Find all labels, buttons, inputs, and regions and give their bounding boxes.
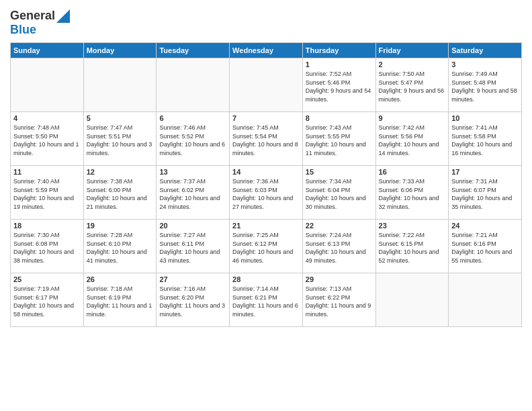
day-info: Sunrise: 7:25 AM Sunset: 6:12 PM Dayligh… <box>232 231 300 265</box>
logo-triangle-icon <box>56 9 70 23</box>
day-number: 27 <box>159 275 226 283</box>
week-row-4: 18Sunrise: 7:30 AM Sunset: 6:08 PM Dayli… <box>11 220 522 273</box>
week-row-3: 11Sunrise: 7:40 AM Sunset: 5:59 PM Dayli… <box>11 166 522 220</box>
day-cell: 11Sunrise: 7:40 AM Sunset: 5:59 PM Dayli… <box>11 166 84 220</box>
day-cell: 4Sunrise: 7:48 AM Sunset: 5:50 PM Daylig… <box>11 112 84 166</box>
day-cell: 23Sunrise: 7:22 AM Sunset: 6:15 PM Dayli… <box>375 220 449 273</box>
day-info: Sunrise: 7:48 AM Sunset: 5:50 PM Dayligh… <box>13 124 81 157</box>
day-cell: 7Sunrise: 7:45 AM Sunset: 5:54 PM Daylig… <box>230 112 303 166</box>
day-cell: 9Sunrise: 7:42 AM Sunset: 5:56 PM Daylig… <box>375 112 449 166</box>
day-number: 26 <box>87 275 154 283</box>
day-number: 21 <box>232 222 300 230</box>
day-number: 29 <box>306 275 373 283</box>
day-info: Sunrise: 7:27 AM Sunset: 6:11 PM Dayligh… <box>159 231 226 265</box>
day-cell <box>375 273 449 327</box>
day-cell: 19Sunrise: 7:28 AM Sunset: 6:10 PM Dayli… <box>83 220 157 273</box>
day-number: 9 <box>379 114 446 122</box>
day-cell: 27Sunrise: 7:16 AM Sunset: 6:20 PM Dayli… <box>157 273 230 327</box>
day-number: 19 <box>87 222 154 230</box>
week-row-1: 1Sunrise: 7:52 AM Sunset: 5:46 PM Daylig… <box>11 58 522 112</box>
day-info: Sunrise: 7:14 AM Sunset: 6:21 PM Dayligh… <box>232 285 300 318</box>
day-info: Sunrise: 7:22 AM Sunset: 6:15 PM Dayligh… <box>379 231 446 265</box>
header-row: SundayMondayTuesdayWednesdayThursdayFrid… <box>11 43 522 58</box>
day-info: Sunrise: 7:38 AM Sunset: 6:00 PM Dayligh… <box>87 177 154 211</box>
day-cell: 20Sunrise: 7:27 AM Sunset: 6:11 PM Dayli… <box>157 220 230 273</box>
day-info: Sunrise: 7:47 AM Sunset: 5:51 PM Dayligh… <box>87 124 154 157</box>
day-cell: 12Sunrise: 7:38 AM Sunset: 6:00 PM Dayli… <box>83 166 157 220</box>
col-header-wednesday: Wednesday <box>230 43 303 58</box>
day-cell: 10Sunrise: 7:41 AM Sunset: 5:58 PM Dayli… <box>449 112 522 166</box>
day-info: Sunrise: 7:49 AM Sunset: 5:48 PM Dayligh… <box>451 70 519 103</box>
day-number: 12 <box>87 168 154 176</box>
day-cell: 16Sunrise: 7:33 AM Sunset: 6:06 PM Dayli… <box>375 166 449 220</box>
day-number: 10 <box>451 114 519 122</box>
day-info: Sunrise: 7:43 AM Sunset: 5:55 PM Dayligh… <box>306 124 373 157</box>
svg-marker-0 <box>56 9 70 23</box>
col-header-monday: Monday <box>83 43 157 58</box>
main-container: General Blue SundayMondayTuesdayWednesda… <box>0 0 532 330</box>
col-header-saturday: Saturday <box>449 43 522 58</box>
day-info: Sunrise: 7:40 AM Sunset: 5:59 PM Dayligh… <box>13 177 81 211</box>
day-cell: 21Sunrise: 7:25 AM Sunset: 6:12 PM Dayli… <box>230 220 303 273</box>
calendar-table: SundayMondayTuesdayWednesdayThursdayFrid… <box>10 42 522 327</box>
day-number: 13 <box>159 168 226 176</box>
day-info: Sunrise: 7:21 AM Sunset: 6:16 PM Dayligh… <box>451 231 519 265</box>
day-cell <box>11 58 84 112</box>
col-header-tuesday: Tuesday <box>157 43 230 58</box>
day-number: 24 <box>451 222 519 230</box>
day-cell: 28Sunrise: 7:14 AM Sunset: 6:21 PM Dayli… <box>230 273 303 327</box>
day-cell <box>157 58 230 112</box>
day-cell: 22Sunrise: 7:24 AM Sunset: 6:13 PM Dayli… <box>302 220 375 273</box>
day-cell: 29Sunrise: 7:13 AM Sunset: 6:22 PM Dayli… <box>302 273 375 327</box>
day-number: 11 <box>13 168 81 176</box>
col-header-thursday: Thursday <box>302 43 375 58</box>
day-cell: 15Sunrise: 7:34 AM Sunset: 6:04 PM Dayli… <box>302 166 375 220</box>
header: General Blue <box>10 7 522 37</box>
day-info: Sunrise: 7:31 AM Sunset: 6:07 PM Dayligh… <box>451 177 519 211</box>
day-cell: 2Sunrise: 7:50 AM Sunset: 5:47 PM Daylig… <box>375 58 449 112</box>
logo: General Blue <box>10 9 70 37</box>
day-number: 14 <box>232 168 300 176</box>
day-number: 7 <box>232 114 300 122</box>
day-cell: 17Sunrise: 7:31 AM Sunset: 6:07 PM Dayli… <box>449 166 522 220</box>
col-header-friday: Friday <box>375 43 449 58</box>
day-info: Sunrise: 7:45 AM Sunset: 5:54 PM Dayligh… <box>232 124 300 157</box>
day-cell: 13Sunrise: 7:37 AM Sunset: 6:02 PM Dayli… <box>157 166 230 220</box>
day-info: Sunrise: 7:50 AM Sunset: 5:47 PM Dayligh… <box>379 70 446 103</box>
day-info: Sunrise: 7:42 AM Sunset: 5:56 PM Dayligh… <box>379 124 446 157</box>
day-cell: 1Sunrise: 7:52 AM Sunset: 5:46 PM Daylig… <box>302 58 375 112</box>
day-cell <box>83 58 157 112</box>
logo-general: General <box>10 9 55 23</box>
day-info: Sunrise: 7:19 AM Sunset: 6:17 PM Dayligh… <box>13 285 81 318</box>
day-cell: 14Sunrise: 7:36 AM Sunset: 6:03 PM Dayli… <box>230 166 303 220</box>
day-number: 22 <box>306 222 373 230</box>
day-cell: 25Sunrise: 7:19 AM Sunset: 6:17 PM Dayli… <box>11 273 84 327</box>
day-info: Sunrise: 7:46 AM Sunset: 5:52 PM Dayligh… <box>159 124 226 157</box>
day-number: 4 <box>13 114 81 122</box>
day-cell: 18Sunrise: 7:30 AM Sunset: 6:08 PM Dayli… <box>11 220 84 273</box>
day-number: 25 <box>13 275 81 283</box>
day-number: 23 <box>379 222 446 230</box>
day-cell: 6Sunrise: 7:46 AM Sunset: 5:52 PM Daylig… <box>157 112 230 166</box>
week-row-5: 25Sunrise: 7:19 AM Sunset: 6:17 PM Dayli… <box>11 273 522 327</box>
day-number: 28 <box>232 275 300 283</box>
day-info: Sunrise: 7:33 AM Sunset: 6:06 PM Dayligh… <box>379 177 446 211</box>
day-number: 6 <box>159 114 226 122</box>
day-info: Sunrise: 7:36 AM Sunset: 6:03 PM Dayligh… <box>232 177 300 211</box>
day-info: Sunrise: 7:16 AM Sunset: 6:20 PM Dayligh… <box>159 285 226 318</box>
day-cell <box>230 58 303 112</box>
day-cell <box>449 273 522 327</box>
day-cell: 5Sunrise: 7:47 AM Sunset: 5:51 PM Daylig… <box>83 112 157 166</box>
day-cell: 26Sunrise: 7:18 AM Sunset: 6:19 PM Dayli… <box>83 273 157 327</box>
logo-blue-text: Blue <box>10 23 70 37</box>
day-info: Sunrise: 7:34 AM Sunset: 6:04 PM Dayligh… <box>306 177 373 211</box>
day-number: 3 <box>451 60 519 68</box>
day-number: 5 <box>87 114 154 122</box>
day-info: Sunrise: 7:41 AM Sunset: 5:58 PM Dayligh… <box>451 124 519 157</box>
day-info: Sunrise: 7:18 AM Sunset: 6:19 PM Dayligh… <box>87 285 154 318</box>
day-cell: 3Sunrise: 7:49 AM Sunset: 5:48 PM Daylig… <box>449 58 522 112</box>
day-info: Sunrise: 7:37 AM Sunset: 6:02 PM Dayligh… <box>159 177 226 211</box>
day-number: 20 <box>159 222 226 230</box>
col-header-sunday: Sunday <box>11 43 84 58</box>
day-number: 8 <box>306 114 373 122</box>
